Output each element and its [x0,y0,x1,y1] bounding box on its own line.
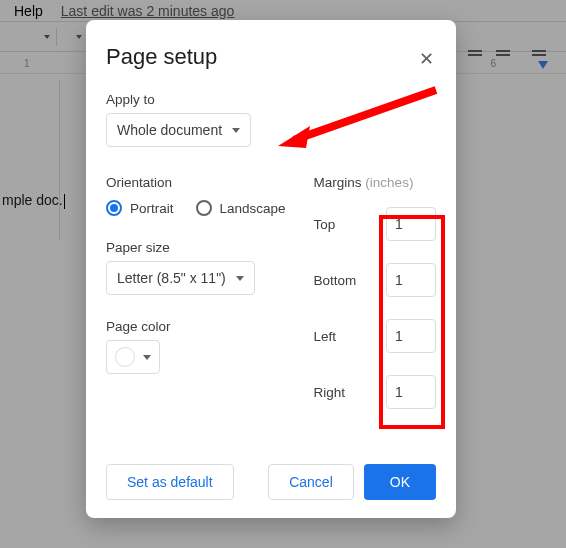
radio-icon [106,200,122,216]
radio-icon [196,200,212,216]
paper-size-dropdown[interactable]: Letter (8.5" x 11") [106,261,255,295]
apply-to-dropdown[interactable]: Whole document [106,113,251,147]
page-color-label: Page color [106,319,286,334]
paper-size-label: Paper size [106,240,286,255]
margin-left-input[interactable] [386,319,436,353]
page-color-dropdown[interactable] [106,340,160,374]
margin-top-input[interactable] [386,207,436,241]
margin-right-label: Right [314,385,346,400]
color-swatch-icon [115,347,135,367]
orientation-portrait-radio[interactable]: Portrait [106,200,174,216]
margin-bottom-input[interactable] [386,263,436,297]
page-setup-dialog: Page setup ✕ Apply to Whole document Ori… [86,20,456,518]
margin-right-input[interactable] [386,375,436,409]
orientation-portrait-label: Portrait [130,201,174,216]
chevron-down-icon [236,276,244,281]
apply-to-value: Whole document [117,122,222,138]
apply-to-label: Apply to [106,92,436,107]
orientation-landscape-label: Landscape [220,201,286,216]
margin-left-label: Left [314,329,337,344]
margins-label: Margins (inches) [314,175,436,190]
chevron-down-icon [232,128,240,133]
ok-button[interactable]: OK [364,464,436,500]
orientation-landscape-radio[interactable]: Landscape [196,200,286,216]
close-icon[interactable]: ✕ [419,50,434,68]
chevron-down-icon [143,355,151,360]
cancel-button[interactable]: Cancel [268,464,354,500]
paper-size-value: Letter (8.5" x 11") [117,270,226,286]
orientation-label: Orientation [106,175,286,190]
dialog-title: Page setup [86,40,456,86]
margin-bottom-label: Bottom [314,273,357,288]
margin-top-label: Top [314,217,336,232]
set-as-default-button[interactable]: Set as default [106,464,234,500]
